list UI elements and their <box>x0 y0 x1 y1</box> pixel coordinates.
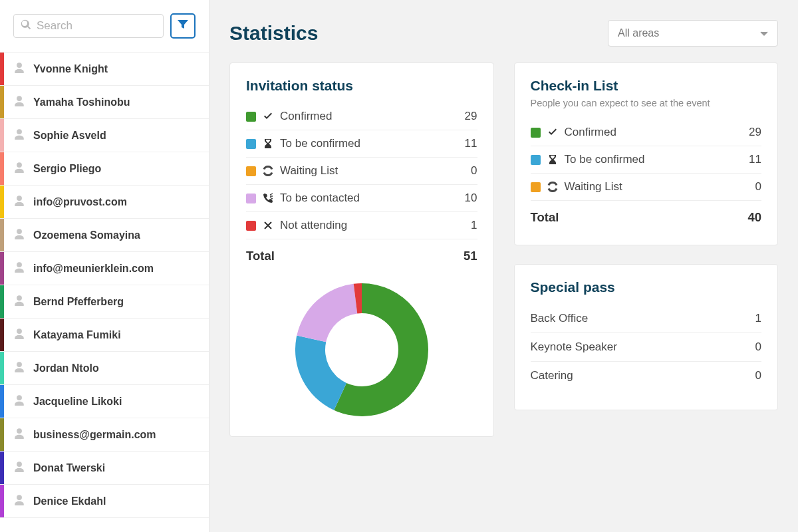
stat-color-swatch <box>246 221 256 231</box>
donut-slice <box>295 336 346 410</box>
person-row[interactable]: Yamaha Toshinobu <box>0 86 209 119</box>
person-icon <box>13 162 25 176</box>
person-row[interactable]: business@germain.com <box>0 418 209 452</box>
search-box[interactable] <box>13 14 164 38</box>
person-row[interactable]: Katayama Fumiki <box>0 319 209 352</box>
person-name: info@pruvost.com <box>33 196 127 208</box>
person-icon <box>13 128 25 143</box>
person-name: business@germain.com <box>33 429 156 441</box>
invitation-card-title: Invitation status <box>246 78 477 94</box>
checkin-total-row: Total 40 <box>531 200 762 225</box>
person-row[interactable]: Sergio Pliego <box>0 152 209 186</box>
person-row[interactable]: info@meunierklein.com <box>0 252 209 285</box>
stat-value: 29 <box>749 126 761 139</box>
invitation-stat-list: Confirmed29To be confirmed11Waiting List… <box>246 103 477 239</box>
person-name: Jordan Ntolo <box>33 362 99 374</box>
search-icon <box>21 19 31 33</box>
pass-label: Catering <box>531 369 573 382</box>
person-color-bar <box>0 485 4 517</box>
pass-value: 0 <box>755 369 761 382</box>
person-icon <box>13 95 25 110</box>
stat-value: 1 <box>471 219 477 232</box>
person-color-bar <box>0 186 4 218</box>
spinner-icon <box>263 166 273 176</box>
donut-slice <box>297 284 357 342</box>
chevron-down-icon <box>760 27 768 39</box>
donut-chart-wrap <box>246 283 477 416</box>
pass-value: 1 <box>755 312 761 325</box>
area-select-value: All areas <box>618 27 659 39</box>
area-select[interactable]: All areas <box>608 20 778 47</box>
stat-value: 29 <box>465 110 477 123</box>
stat-label: To be confirmed <box>280 137 360 150</box>
stat-label: Waiting List <box>565 180 622 194</box>
pass-row: Catering0 <box>531 362 762 390</box>
stat-row: Confirmed29 <box>246 103 477 130</box>
person-name: Bernd Pfefferberg <box>33 296 124 308</box>
invitation-status-card: Invitation status Confirmed29To be confi… <box>229 63 494 437</box>
check-icon <box>547 127 558 138</box>
stat-label: Not attending <box>280 219 347 232</box>
hourglass-icon <box>263 138 273 149</box>
stat-row: Confirmed29 <box>531 119 762 146</box>
pass-label: Keynote Speaker <box>531 340 617 354</box>
person-name: Sergio Pliego <box>33 163 101 175</box>
person-icon <box>13 295 25 309</box>
person-color-bar <box>0 152 4 185</box>
filter-button[interactable] <box>170 13 196 39</box>
check-icon <box>263 111 273 122</box>
person-color-bar <box>0 86 4 118</box>
person-color-bar <box>0 319 4 351</box>
person-row[interactable]: Jacqueline Likoki <box>0 385 209 418</box>
person-row[interactable]: Yvonne Knight <box>0 53 209 86</box>
person-icon <box>13 62 25 76</box>
pass-value: 0 <box>755 340 761 354</box>
pass-row: Back Office1 <box>531 305 762 333</box>
invitation-donut-chart <box>295 283 428 416</box>
checkin-card-title: Check-in List <box>531 78 762 94</box>
person-name: Katayama Fumiki <box>33 329 121 341</box>
people-list[interactable]: Yvonne KnightYamaha ToshinobuSophie Asve… <box>0 53 209 532</box>
search-row <box>0 0 209 53</box>
person-name: Donat Twerski <box>33 462 105 474</box>
stat-label: Waiting List <box>280 164 338 178</box>
stat-value: 0 <box>471 164 477 178</box>
checkin-list-card: Check-in List People you can expect to s… <box>514 63 779 245</box>
header-row: Statistics All areas <box>229 20 778 47</box>
person-color-bar <box>0 252 4 285</box>
person-row[interactable]: Sophie Asveld <box>0 119 209 152</box>
person-row[interactable]: Denice Ekdahl <box>0 485 209 518</box>
person-row[interactable]: Ozoemena Somayina <box>0 219 209 252</box>
filter-icon <box>178 20 188 32</box>
search-input[interactable] <box>37 19 156 33</box>
checkin-card-subtitle: People you can expect to see at the even… <box>531 98 762 108</box>
person-icon <box>13 195 25 209</box>
pass-row: Keynote Speaker0 <box>531 333 762 362</box>
stat-row: To be confirmed11 <box>246 130 477 158</box>
phone-icon <box>263 193 273 203</box>
x-icon <box>263 220 273 231</box>
person-icon <box>13 394 25 409</box>
special-pass-card: Special pass Back Office1Keynote Speaker… <box>514 264 779 410</box>
stat-color-swatch <box>531 155 541 165</box>
stat-row: Waiting List0 <box>531 174 762 200</box>
pass-label: Back Office <box>531 312 589 325</box>
person-row[interactable]: Jordan Ntolo <box>0 352 209 385</box>
person-row[interactable]: Bernd Pfefferberg <box>0 285 209 319</box>
stat-row: To be contacted10 <box>246 185 477 212</box>
person-row[interactable]: info@pruvost.com <box>0 186 209 219</box>
checkin-stat-list: Confirmed29To be confirmed11Waiting List… <box>531 119 762 200</box>
person-name: Yvonne Knight <box>33 63 108 75</box>
sidebar: Yvonne KnightYamaha ToshinobuSophie Asve… <box>0 0 209 532</box>
person-row[interactable]: Donat Twerski <box>0 452 209 485</box>
person-color-bar <box>0 285 4 318</box>
invitation-total-label: Total <box>246 249 275 263</box>
checkin-total-value: 40 <box>747 210 761 225</box>
person-name: Jacqueline Likoki <box>33 396 122 408</box>
person-icon <box>13 428 25 442</box>
invitation-total-row: Total 51 <box>246 239 477 263</box>
stat-color-swatch <box>531 128 541 138</box>
stat-value: 11 <box>465 137 477 150</box>
person-color-bar <box>0 119 4 152</box>
person-name: Denice Ekdahl <box>33 495 106 507</box>
